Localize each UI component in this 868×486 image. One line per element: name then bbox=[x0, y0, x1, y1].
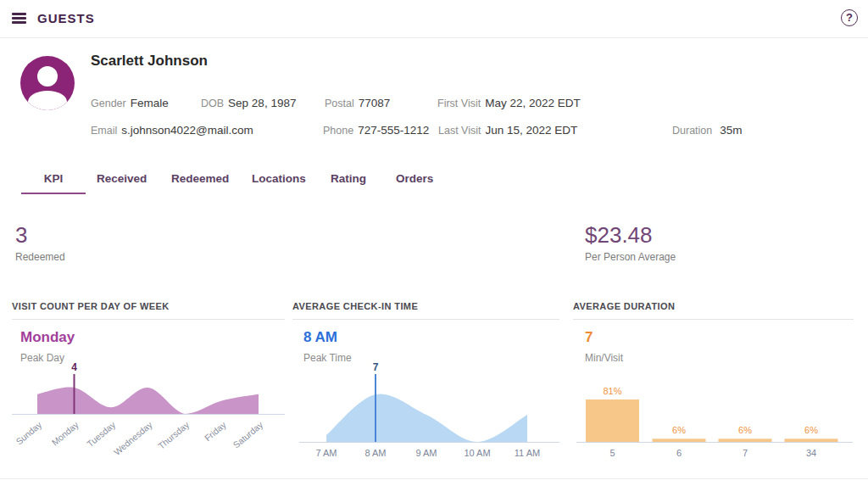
svg-text:5: 5 bbox=[609, 448, 615, 458]
bottom-divider bbox=[0, 478, 868, 479]
section-checkin-time: AVERAGE CHECK-IN TIME bbox=[292, 301, 559, 320]
svg-text:Sunday: Sunday bbox=[14, 419, 44, 447]
duration-bar-chart: 81%56%66%76%34 bbox=[573, 361, 856, 460]
field-duration: Duration35m bbox=[672, 124, 743, 137]
tab-locations[interactable]: Locations bbox=[252, 172, 306, 185]
svg-text:Friday: Friday bbox=[203, 419, 229, 443]
active-tab-underline bbox=[21, 193, 86, 194]
guest-name: Scarlett Johnson bbox=[91, 53, 208, 70]
svg-text:6%: 6% bbox=[672, 425, 686, 435]
hamburger-menu-icon[interactable] bbox=[12, 13, 26, 25]
svg-text:6: 6 bbox=[676, 448, 682, 458]
svg-text:Monday: Monday bbox=[49, 419, 81, 448]
field-gender: GenderFemale bbox=[91, 97, 169, 109]
section-average-duration: AVERAGE DURATION bbox=[573, 301, 854, 320]
svg-text:4: 4 bbox=[71, 361, 77, 373]
svg-text:34: 34 bbox=[806, 448, 816, 458]
stat-average-label: Per Person Average bbox=[585, 251, 676, 263]
svg-text:9 AM: 9 AM bbox=[415, 448, 437, 458]
svg-text:7: 7 bbox=[743, 448, 748, 458]
svg-text:Wednesday: Wednesday bbox=[112, 419, 155, 457]
stat-redeemed-value: 3 bbox=[15, 222, 27, 249]
tab-kpi[interactable]: KPI bbox=[21, 172, 86, 185]
peak-day-value: Monday bbox=[20, 329, 75, 346]
tab-orders[interactable]: Orders bbox=[396, 172, 433, 185]
page-title: GUESTS bbox=[37, 11, 95, 25]
svg-text:10 AM: 10 AM bbox=[464, 448, 490, 458]
field-postal: Postal77087 bbox=[325, 97, 390, 109]
person-icon bbox=[37, 66, 58, 87]
tab-received[interactable]: Received bbox=[97, 172, 147, 185]
svg-text:Tuesday: Tuesday bbox=[85, 419, 118, 449]
svg-text:Thursday: Thursday bbox=[156, 419, 192, 451]
stat-redeemed-label: Redeemed bbox=[15, 251, 65, 263]
svg-text:6%: 6% bbox=[738, 425, 752, 435]
tab-rating[interactable]: Rating bbox=[331, 172, 366, 185]
visit-count-chart: 4SundayMondayTuesdayWednesdayThursdayFri… bbox=[12, 361, 285, 460]
field-last-visit: Last VisitJun 15, 2022 EDT bbox=[438, 124, 577, 137]
svg-text:81%: 81% bbox=[603, 386, 621, 396]
svg-text:8 AM: 8 AM bbox=[364, 448, 386, 458]
field-email: Emails.johnson4022@mail.com bbox=[91, 124, 253, 137]
help-icon[interactable]: ? bbox=[841, 9, 858, 26]
svg-text:6%: 6% bbox=[804, 425, 818, 435]
field-first-visit: First VisitMay 22, 2022 EDT bbox=[437, 97, 581, 109]
field-phone: Phone727-555-1212 bbox=[323, 124, 429, 137]
svg-text:Saturday: Saturday bbox=[231, 419, 264, 450]
tab-redeemed[interactable]: Redeemed bbox=[171, 172, 229, 185]
avatar bbox=[20, 56, 75, 110]
field-dob: DOBSep 28, 1987 bbox=[201, 97, 296, 109]
svg-text:7: 7 bbox=[373, 361, 379, 373]
checkin-time-chart: 77 AM8 AM9 AM10 AM11 AM bbox=[292, 361, 565, 460]
svg-text:7 AM: 7 AM bbox=[315, 448, 337, 458]
top-bar: GUESTS ? bbox=[0, 0, 868, 38]
svg-text:11 AM: 11 AM bbox=[515, 448, 540, 458]
min-per-visit-value: 7 bbox=[585, 329, 593, 346]
section-visit-count: VISIT COUNT PER DAY OF WEEK bbox=[12, 301, 285, 320]
stat-average-value: $23.48 bbox=[585, 222, 653, 249]
peak-time-value: 8 AM bbox=[303, 329, 337, 346]
